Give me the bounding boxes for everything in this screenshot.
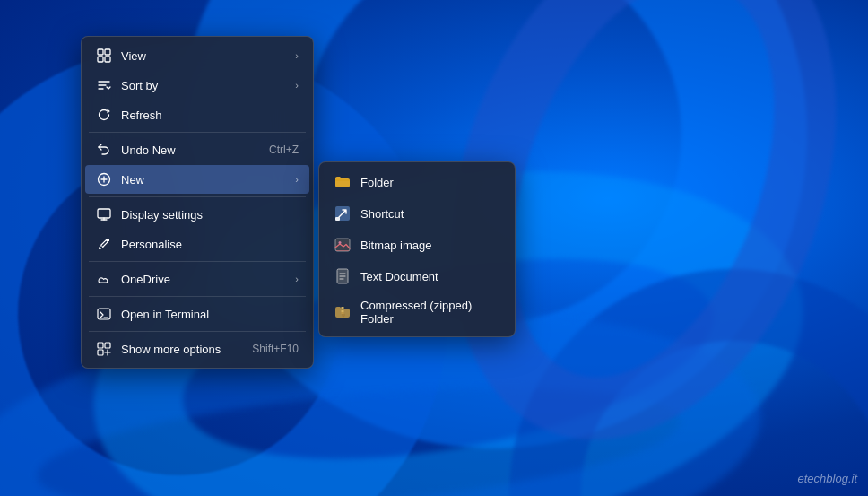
svg-rect-18 <box>98 209 110 218</box>
menu-item-new[interactable]: New › <box>85 165 309 194</box>
view-label: View <box>121 49 286 63</box>
svg-rect-17 <box>342 312 344 314</box>
view-icon <box>96 48 112 64</box>
submenu-item-textdoc[interactable]: Text Document <box>323 261 511 292</box>
more-label: Show more options <box>121 343 243 356</box>
menu-item-sort[interactable]: Sort by › <box>85 71 309 100</box>
terminal-icon <box>96 306 112 322</box>
display-icon <box>96 206 112 222</box>
more-shortcut: Shift+F10 <box>252 343 299 355</box>
menu-item-refresh[interactable]: Refresh <box>85 100 309 129</box>
onedrive-arrow: › <box>295 274 299 284</box>
submenu-item-folder[interactable]: Folder <box>323 167 511 197</box>
submenu-item-shortcut[interactable]: Shortcut <box>323 198 511 229</box>
menu-item-personalise[interactable]: Personalise <box>85 230 309 258</box>
menu-item-undo[interactable]: Undo New Ctrl+Z <box>85 135 309 164</box>
menu-item-view[interactable]: View › <box>85 41 309 70</box>
personalise-icon <box>96 236 112 252</box>
onedrive-icon <box>96 271 112 287</box>
undo-icon <box>96 142 112 158</box>
more-icon <box>96 341 112 357</box>
undo-label: Undo New <box>121 144 260 157</box>
sort-icon <box>96 77 112 93</box>
svg-rect-0 <box>98 49 103 55</box>
display-label: Display settings <box>121 208 299 222</box>
new-arrow: › <box>295 174 299 185</box>
new-submenu: Folder Shortcut <box>318 161 516 337</box>
refresh-icon <box>96 107 112 123</box>
watermark: etechblog.it <box>798 472 858 485</box>
divider-4 <box>89 296 306 297</box>
undo-shortcut: Ctrl+Z <box>269 144 299 156</box>
sort-label: Sort by <box>121 79 286 92</box>
menu-item-onedrive[interactable]: OneDrive › <box>85 265 309 293</box>
svg-rect-1 <box>105 49 110 55</box>
personalise-label: Personalise <box>121 238 299 251</box>
bitmap-label: Bitmap image <box>360 239 431 252</box>
zip-label: Compressed (zipped) Folder <box>360 299 500 326</box>
divider-5 <box>89 331 306 332</box>
shortcut-label: Shortcut <box>360 207 404 221</box>
svg-rect-6 <box>335 217 340 221</box>
menu-item-more[interactable]: Show more options Shift+F10 <box>85 335 309 363</box>
svg-rect-25 <box>98 350 103 355</box>
bitmap-icon <box>334 236 352 254</box>
svg-rect-7 <box>335 239 350 251</box>
svg-rect-23 <box>98 343 103 348</box>
svg-rect-3 <box>105 57 110 62</box>
new-icon <box>96 171 112 187</box>
divider-2 <box>89 196 306 197</box>
zip-icon <box>334 303 352 321</box>
context-menu: View › Sort by › Refresh <box>81 36 314 369</box>
textdoc-label: Text Document <box>360 270 438 283</box>
svg-rect-16 <box>342 310 344 312</box>
onedrive-label: OneDrive <box>121 273 286 286</box>
sort-arrow: › <box>295 80 299 91</box>
submenu-item-zip[interactable]: Compressed (zipped) Folder <box>323 292 511 332</box>
refresh-label: Refresh <box>121 109 299 122</box>
terminal-label: Open in Terminal <box>121 308 299 321</box>
divider-1 <box>89 132 306 133</box>
view-arrow: › <box>295 50 299 61</box>
new-item-wrapper: New › Folder <box>82 165 313 194</box>
shortcut-icon <box>334 204 352 222</box>
textdoc-icon <box>334 267 352 285</box>
svg-rect-24 <box>105 343 110 348</box>
menu-item-display[interactable]: Display settings <box>85 200 309 229</box>
folder-icon <box>334 173 352 191</box>
menu-item-terminal[interactable]: Open in Terminal <box>85 300 309 328</box>
divider-3 <box>89 261 306 262</box>
svg-rect-15 <box>342 307 344 309</box>
new-label: New <box>121 173 286 187</box>
svg-rect-2 <box>98 57 103 62</box>
submenu-item-bitmap[interactable]: Bitmap image <box>323 230 511 260</box>
folder-label: Folder <box>360 176 394 189</box>
